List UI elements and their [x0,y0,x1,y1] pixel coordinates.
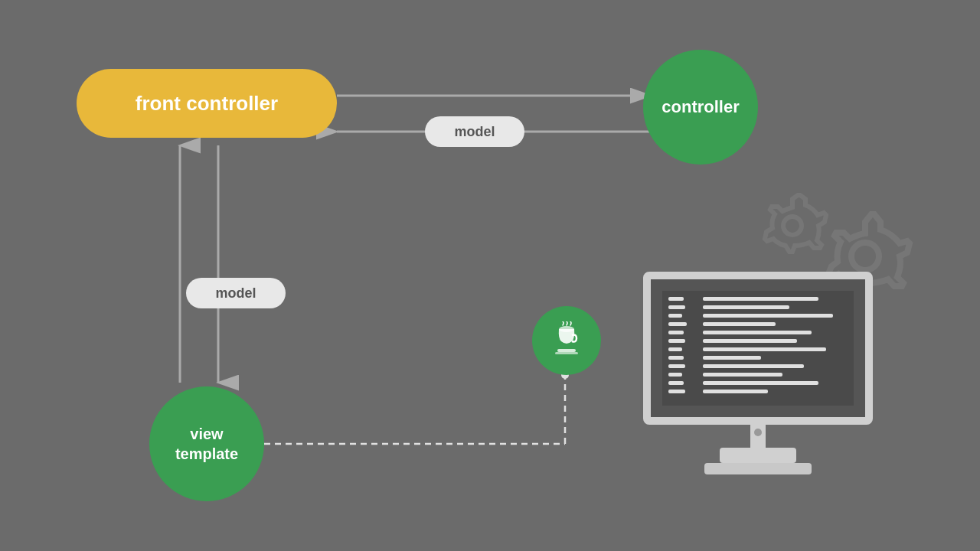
java-node [532,306,601,375]
view-template-label: view template [175,424,238,464]
svg-point-4 [559,326,574,332]
monitor-screen-inner [662,291,854,406]
controller-node: controller [643,50,758,165]
model-pill-horizontal: model [425,116,524,147]
diagram-container: front controller controller model model … [0,0,980,551]
model-horizontal-label: model [454,124,495,140]
gear-small-icon [750,191,835,276]
front-controller-node: front controller [77,69,337,138]
monitor-illustration [643,272,873,474]
svg-rect-5 [557,349,576,352]
svg-point-8 [783,217,802,235]
model-pill-vertical: model [186,278,286,308]
java-icon [547,321,586,360]
svg-rect-6 [555,352,578,354]
controller-label: controller [662,97,739,117]
monitor-base-bottom [704,463,812,474]
model-vertical-label: model [215,285,256,302]
monitor-screen [643,272,873,425]
view-template-node: view template [149,386,264,501]
svg-point-7 [851,243,879,270]
front-controller-label: front controller [136,92,278,116]
monitor-stand-base [720,448,796,463]
